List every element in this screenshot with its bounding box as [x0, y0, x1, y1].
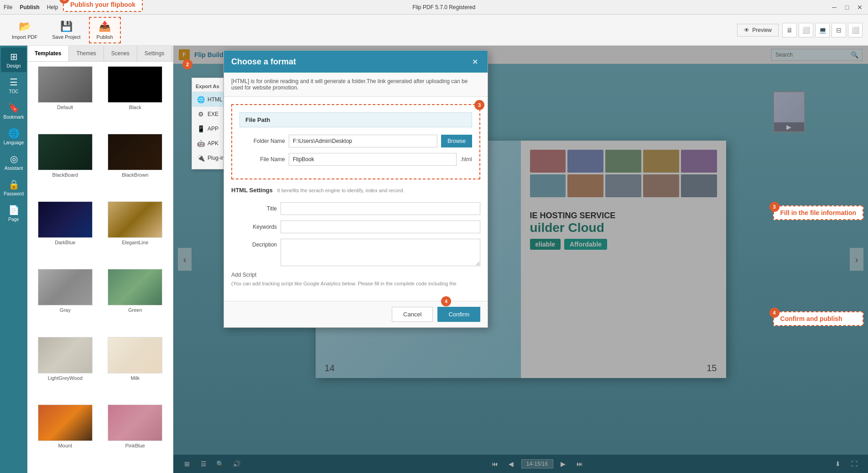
template-label-pinkblue: PinkBlue: [125, 443, 145, 448]
confirm-button[interactable]: Confirm: [437, 307, 480, 322]
template-label-lightgreywood: LightGreyWood: [48, 375, 83, 381]
preview-button[interactable]: 👁 Preview: [737, 24, 779, 37]
import-pdf-button[interactable]: 📂 Import PDF: [5, 18, 44, 42]
template-gray[interactable]: Gray: [32, 269, 99, 333]
template-label-gray: Gray: [60, 307, 71, 313]
template-mount[interactable]: Mount: [32, 405, 99, 468]
template-thumb-elegantline: [108, 201, 162, 238]
file-name-label: File Name: [239, 156, 285, 163]
fill-info-tooltip: 3 Fill in the file information: [773, 205, 863, 220]
template-blackboard[interactable]: BlackBoard: [32, 134, 99, 198]
folder-name-label: Folder Name: [239, 138, 285, 144]
restore-button[interactable]: □: [842, 3, 852, 12]
keywords-input[interactable]: [281, 221, 480, 233]
file-path-title: File Path: [239, 112, 472, 127]
menu-publish[interactable]: Publish: [20, 4, 39, 11]
dialog-header: Choose a format ✕: [224, 51, 488, 73]
title-label: Title: [231, 205, 277, 212]
description-textarea[interactable]: [281, 239, 480, 266]
view-laptop-button[interactable]: 💻: [815, 23, 830, 37]
file-name-input[interactable]: [289, 153, 457, 166]
app-title: Flip PDF 5.7.0 Registered: [412, 4, 475, 11]
template-darkblue[interactable]: DarkBlue: [32, 201, 99, 265]
keywords-row: Keywords: [231, 221, 480, 233]
page-icon: 📄: [8, 205, 20, 215]
add-script-label: Add Script: [231, 272, 256, 278]
file-name-row: File Name .html: [239, 153, 472, 166]
file-path-section: 3 File Path Folder Name Browse File Name…: [231, 104, 480, 179]
template-black[interactable]: Black: [102, 66, 169, 130]
titlebar-menu: File Publish Help: [4, 4, 58, 11]
browse-button[interactable]: Browse: [441, 135, 472, 147]
html-settings-hint: It benefits the serach engine to identif…: [277, 188, 405, 193]
bookmark-icon: 🔖: [8, 102, 20, 113]
view-split-button[interactable]: ⊟: [832, 23, 846, 37]
sidebar-item-toc[interactable]: ☰ TOC: [1, 73, 26, 98]
title-input[interactable]: [281, 202, 480, 215]
template-thumb-gray: [38, 269, 93, 305]
badge-4-dialog: 4: [441, 296, 451, 306]
template-label-milk: Milk: [130, 375, 140, 381]
template-thumb-blackboard: [38, 134, 93, 170]
template-pinkblue[interactable]: PinkBlue: [102, 405, 169, 468]
save-project-button[interactable]: 💾 Save Project: [46, 18, 87, 42]
add-script-row: Add Script (You can add tracking script …: [231, 272, 480, 288]
publish-icon: 📤: [99, 21, 111, 32]
dialog-description: [HTML] is for online reading and it will…: [224, 73, 488, 97]
sidebar-item-language[interactable]: 🌐 Language: [1, 124, 26, 149]
minimize-button[interactable]: ─: [830, 3, 839, 12]
html-settings-title: HTML Settings: [231, 187, 273, 194]
badge-4-right: 4: [769, 308, 780, 318]
template-blackbrown[interactable]: BlackBrown: [102, 134, 169, 198]
template-default[interactable]: Default: [32, 66, 99, 130]
badge-3: 3: [769, 202, 780, 212]
view-monitor-button[interactable]: 🖥: [782, 23, 797, 37]
template-label-elegantline: ElegantLine: [122, 240, 148, 245]
app-icon: 📱: [197, 125, 205, 132]
tab-settings[interactable]: Settings: [137, 46, 172, 61]
choose-format-dialog: Choose a format ✕ [HTML] is for online r…: [223, 50, 488, 328]
template-green[interactable]: Green: [102, 269, 169, 333]
template-thumb-blackbrown: [108, 134, 162, 170]
menu-help[interactable]: Help: [47, 4, 58, 11]
view-fullscreen-button[interactable]: ⬜: [848, 23, 863, 37]
tab-themes[interactable]: Themes: [69, 46, 104, 61]
design-icon: ⊞: [10, 51, 18, 62]
dialog-title: Choose a format: [231, 57, 296, 67]
sidebar-item-page[interactable]: 📄 Page: [1, 201, 26, 226]
exe-icon: ⚙: [197, 110, 205, 118]
language-icon: 🌐: [8, 128, 20, 139]
publish-button[interactable]: 📤 Publish: [89, 17, 121, 43]
template-thumb-milk: [108, 337, 162, 373]
publish-tooltip: 1 Publish your flipbook: [63, 0, 143, 12]
template-label-blackboard: BlackBoard: [52, 172, 78, 178]
toolbar: 📂 Import PDF 💾 Save Project 📤 Publish 1 …: [0, 15, 868, 46]
template-milk[interactable]: Milk: [102, 337, 169, 401]
main-area: ⊞ Design ☰ TOC 🔖 Bookmark 🌐 Language ◎ A…: [0, 46, 868, 473]
add-script-hint: (You can add tracking script like Google…: [231, 281, 457, 286]
description-label: Decription: [231, 239, 277, 248]
toc-icon: ☰: [10, 77, 18, 88]
dialog-close-button[interactable]: ✕: [469, 56, 480, 67]
sidebar-item-bookmark[interactable]: 🔖 Bookmark: [1, 99, 26, 123]
template-thumb-lightgreywood: [38, 337, 93, 373]
tab-scenes[interactable]: Scenes: [104, 46, 137, 61]
window-controls: ─ □ ✕: [830, 3, 864, 12]
plugin-icon: 🔌: [197, 154, 205, 162]
panel-tabs: Templates Themes Scenes Settings: [27, 46, 173, 62]
close-button[interactable]: ✕: [855, 3, 864, 12]
tab-templates[interactable]: Templates: [27, 46, 69, 61]
template-elegantline[interactable]: ElegantLine: [102, 201, 169, 265]
templates-grid: Default Black BlackBoard BlackBrown Dark…: [27, 62, 173, 473]
sidebar-item-design[interactable]: ⊞ Design: [1, 47, 26, 72]
sidebar-item-assistant[interactable]: ◎ Assistant: [1, 150, 26, 174]
cancel-button[interactable]: Cancel: [392, 307, 433, 322]
template-lightgreywood[interactable]: LightGreyWood: [32, 337, 99, 401]
sidebar-item-password[interactable]: 🔒 Password: [1, 175, 26, 200]
folder-name-row: Folder Name Browse: [239, 135, 472, 147]
html-settings-section: HTML Settings It benefits the serach eng…: [231, 187, 480, 288]
view-tablet-button[interactable]: ⬜: [799, 23, 813, 37]
menu-file[interactable]: File: [4, 4, 12, 11]
folder-name-input[interactable]: [289, 135, 437, 147]
modal-overlay: 2 Export As 🌐 HTML ⚙ EXE 📱 APP: [173, 46, 868, 473]
